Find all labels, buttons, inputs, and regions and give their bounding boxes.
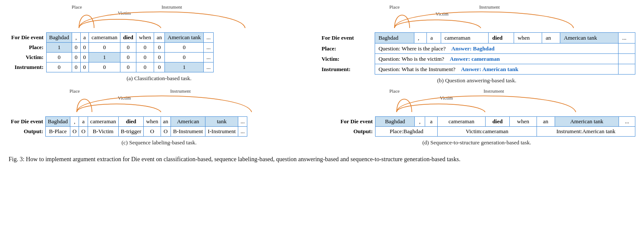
- place-0-4: 0: [120, 43, 136, 53]
- victim-ellipsis: ...: [204, 53, 214, 62]
- arc-victim-b: [395, 20, 481, 28]
- token-comma-a: ,: [72, 33, 81, 43]
- fig-caption: Fig. 3: How to implement argument extrac…: [9, 155, 635, 164]
- out-ellipsis: ...: [238, 127, 247, 137]
- place-row-a: Place: 1 0 0 0 0 0 0 0 ...: [9, 43, 213, 53]
- output-row-d: Output: Place:Baghdad Victim:cameraman I…: [318, 127, 635, 137]
- out-o3: O: [144, 127, 161, 137]
- out-btrigger: B-trigger: [118, 127, 144, 137]
- inst-ellipsis: ...: [204, 62, 214, 72]
- panel-c: Place Victim Instrument For Die event Ba…: [9, 88, 309, 146]
- arc-instrument-d: [397, 96, 576, 112]
- inst-0-3: 0: [80, 62, 89, 72]
- tc-a: a: [79, 117, 88, 127]
- qa-place-answer: Answer: Baghdad: [451, 45, 495, 52]
- qa-victim-row: Victim: Question: Who is the victim? Ans…: [318, 54, 635, 64]
- out-bplace: B-Place: [45, 127, 70, 137]
- table-wrapper-a: For Die event Baghdad , a cameraman died…: [9, 32, 309, 72]
- panel-d: Place Victim Instrument For Die event Ba…: [318, 88, 635, 146]
- place-1: 1: [46, 43, 72, 53]
- output-label-d: Output:: [318, 127, 376, 137]
- table-wrapper-c: For Die event Baghdad , a cameraman died…: [9, 116, 309, 137]
- victim-0-6: 0: [154, 53, 165, 62]
- td-cameraman: cameraman: [437, 117, 485, 127]
- token-ellipsis-b: ...: [619, 33, 635, 44]
- tc-ellipsis: ...: [238, 117, 247, 127]
- place-0-5: 0: [136, 43, 154, 53]
- arc-label-place-a: Place: [72, 4, 82, 9]
- output-row-c: Output: B-Place O O B-Victim B-trigger O…: [9, 127, 247, 137]
- qa-victim-q: Question: Who is the victim? Answer: cam…: [375, 54, 619, 64]
- tc-an: an: [161, 117, 170, 127]
- arc-place-d: [397, 99, 412, 112]
- token-comma-b: ,: [414, 33, 426, 44]
- token-baghdad-b: Baghdad: [375, 33, 414, 44]
- caption-a: (a) Classification-based task.: [126, 75, 192, 82]
- table-a: For Die event Baghdad , a cameraman died…: [9, 32, 214, 72]
- place-0-7: 0: [165, 43, 204, 53]
- arc-label-place-b: Place: [390, 4, 400, 9]
- struct-place: Place:Baghdad: [376, 127, 438, 137]
- out-o4: O: [161, 127, 170, 137]
- td-when: when: [510, 117, 537, 127]
- arc-label-instrument-c: Instrument: [170, 88, 191, 94]
- table-d: For Die event Baghdad , a cameraman died…: [318, 116, 635, 137]
- tc-baghdad: Baghdad: [45, 117, 70, 127]
- inst-1: 1: [165, 62, 204, 72]
- qa-victim-ellipsis: [619, 54, 635, 64]
- inst-0-4: 0: [89, 62, 120, 72]
- place-label-a: Place:: [9, 43, 46, 53]
- arc-label-instrument-d: Instrument: [484, 88, 505, 94]
- token-baghdad-a: Baghdad: [46, 33, 72, 43]
- place-0-3: 0: [89, 43, 120, 53]
- panel-b: Place Victim Instrument For Die event Ba…: [318, 4, 635, 84]
- td-baghdad: Baghdad: [376, 117, 414, 127]
- out-iinstrument: I-Instrument: [205, 127, 238, 137]
- victim-0-5: 0: [136, 53, 154, 62]
- table-b: For Die event Baghdad , a cameraman died…: [318, 32, 635, 75]
- event-label-a: For Die event: [9, 33, 46, 43]
- qa-place-row: Place: Question: Where is the place? Ans…: [318, 44, 635, 54]
- instrument-row-a: Instrument: 0 0 0 0 0 0 0 1 ...: [9, 62, 213, 72]
- td-ellipsis: ...: [619, 117, 635, 127]
- inst-0-5: 0: [120, 62, 136, 72]
- tc-comma: ,: [70, 117, 79, 127]
- token-when-b: when: [514, 33, 542, 44]
- token-when-a: when: [136, 33, 154, 43]
- place-0-2: 0: [80, 43, 89, 53]
- place-0-6: 0: [154, 43, 165, 53]
- output-label-c: Output:: [9, 127, 45, 137]
- qa-instrument-answer: Answer: American tank: [461, 66, 518, 72]
- victim-label-a: Victim:: [9, 53, 46, 62]
- victim-0-1: 0: [46, 53, 72, 62]
- victim-0-4: 0: [120, 53, 136, 62]
- caption-b: (b) Question answering-based task.: [437, 77, 516, 84]
- inst-0-1: 0: [46, 62, 72, 72]
- caption-d: (d) Sequence-to-structure generation-bas…: [423, 139, 531, 146]
- victim-0-3: 0: [80, 53, 89, 62]
- token-a-a: a: [80, 33, 89, 43]
- arcs-c: Place Victim Instrument: [34, 88, 284, 116]
- tc-tank: tank: [205, 117, 238, 127]
- out-o2: O: [79, 127, 88, 137]
- td-a: a: [425, 117, 438, 127]
- tc-cameraman: cameraman: [88, 117, 118, 127]
- victim-0-7: 0: [165, 53, 204, 62]
- struct-victim: Victim:cameraman: [437, 127, 537, 137]
- qa-instrument-row: Instrument: Question: What is the Instru…: [318, 64, 635, 75]
- arc-victim-d: [397, 104, 485, 112]
- token-died-a: died: [120, 33, 136, 43]
- arc-victim-c: [77, 104, 161, 112]
- token-row-b: For Die event Baghdad , a cameraman died…: [318, 33, 635, 44]
- place-0-1: 0: [72, 43, 81, 53]
- qa-instrument-q: Question: What is the Instrument? Answer…: [375, 64, 619, 75]
- token-row-c: For Die event Baghdad , a cameraman died…: [9, 117, 247, 127]
- out-o1: O: [70, 127, 79, 137]
- arcs-b: Place Victim Instrument: [347, 4, 606, 32]
- arc-instrument-b: [395, 12, 574, 28]
- token-cameraman-a: cameraman: [89, 33, 120, 43]
- td-comma: ,: [414, 117, 425, 127]
- td-amtank: American tank: [555, 117, 619, 127]
- top-row: Place Victim Instrument For Die event Ba…: [9, 4, 635, 84]
- token-an-b: an: [542, 33, 560, 44]
